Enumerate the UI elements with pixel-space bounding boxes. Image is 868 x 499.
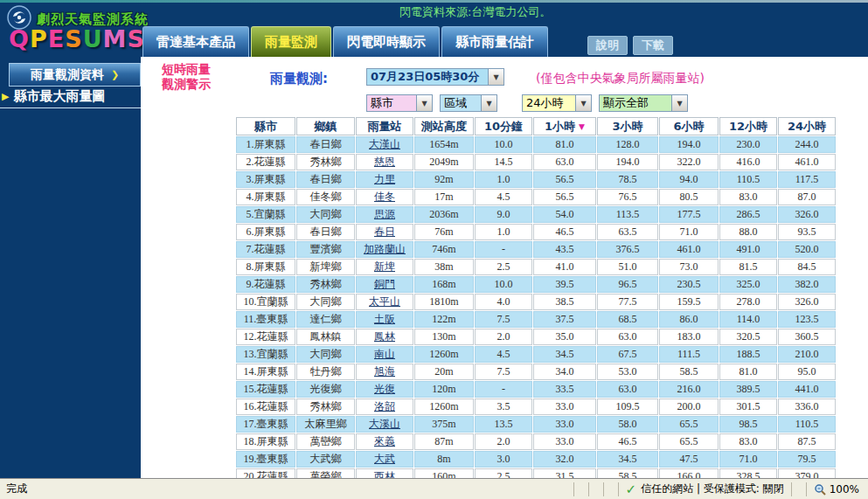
- station-link[interactable]: 大溪山: [369, 418, 400, 430]
- station-link[interactable]: 太平山: [369, 295, 400, 308]
- column-header-8[interactable]: 12小時: [719, 117, 777, 135]
- cell: 大同鄉: [296, 346, 355, 363]
- station-link[interactable]: 慈恩: [374, 156, 395, 168]
- filter-select-value: 區域: [441, 95, 481, 111]
- filter-select-2[interactable]: 24小時▼: [522, 94, 592, 112]
- time-select[interactable]: 07月23日05時30分 ▼: [366, 68, 504, 86]
- cell: 3.5: [475, 399, 532, 415]
- nav-tabs: 雷達基本產品雨量監測閃電即時顯示縣市雨量估計: [142, 24, 550, 57]
- cell: 83.0: [719, 433, 777, 450]
- brand-wordmark: QPESUMS: [9, 25, 145, 52]
- cell: 54.0: [533, 206, 596, 223]
- station-link[interactable]: 洛韶: [374, 400, 395, 412]
- column-header-9[interactable]: 24小時: [778, 117, 836, 135]
- cell: 63.5: [597, 224, 658, 240]
- station-link[interactable]: 大漢山: [369, 138, 400, 150]
- cell: 301.5: [719, 399, 777, 415]
- cell: 1260m: [414, 346, 474, 363]
- cell: 來義: [356, 433, 413, 450]
- station-link[interactable]: 來義: [374, 435, 395, 447]
- tab-0[interactable]: 雷達基本產品: [142, 26, 249, 57]
- station-link[interactable]: 光復: [374, 383, 395, 395]
- brand-letter: U: [83, 25, 103, 52]
- filter-select-3[interactable]: 顯示全部▼: [599, 94, 688, 112]
- station-link[interactable]: 佳冬: [374, 191, 395, 203]
- column-header-1[interactable]: 鄉鎮: [296, 117, 355, 135]
- sidebar-item-rain-observation[interactable]: 雨量觀測資料 ❯: [9, 63, 141, 87]
- help-button[interactable]: 說明: [587, 36, 628, 55]
- cell: 佳冬: [356, 189, 413, 205]
- cell: 441.0: [778, 381, 836, 398]
- cell: 65.5: [659, 416, 719, 433]
- cell: 43.5: [533, 241, 596, 258]
- cell: 7.5: [475, 311, 532, 328]
- station-link[interactable]: 鳳林: [374, 330, 395, 343]
- cell: 63.0: [533, 154, 596, 170]
- station-link[interactable]: 力里: [374, 173, 395, 185]
- column-header-0[interactable]: 縣市: [236, 117, 295, 135]
- column-header-7[interactable]: 6小時: [659, 117, 719, 135]
- column-header-4[interactable]: 10分鐘: [475, 117, 532, 135]
- cell: 1.0: [475, 224, 532, 240]
- cell: 65.5: [659, 433, 719, 450]
- station-link[interactable]: 土阪: [374, 313, 395, 325]
- station-link[interactable]: 春日: [374, 225, 395, 238]
- column-header-2[interactable]: 雨量站: [356, 117, 413, 135]
- filter-select-0[interactable]: 縣市▼: [366, 94, 433, 112]
- tab-1[interactable]: 雨量監測: [251, 26, 331, 57]
- station-link[interactable]: 加路蘭山: [364, 243, 406, 255]
- cell: 461.0: [659, 241, 719, 258]
- cell: -: [475, 381, 532, 398]
- cell: 76m: [414, 224, 474, 240]
- cell: 34.5: [533, 346, 596, 363]
- cell: 牡丹鄉: [296, 364, 355, 380]
- cell: 491.0: [719, 241, 777, 258]
- cell: 51.0: [597, 259, 658, 275]
- cell: 1.0: [475, 171, 532, 188]
- station-link[interactable]: 銅門: [374, 278, 395, 290]
- table-header-row: 縣市鄉鎮雨量站測站高度10分鐘1小時▼3小時6小時12小時24小時: [236, 117, 836, 135]
- security-zone-pane: ✓ 信任的網站 | 受保護模式: 關閉: [626, 482, 784, 497]
- table-row: 17.臺東縣太麻里鄉大溪山375m13.533.058.065.598.5110…: [236, 416, 836, 433]
- cell: 鳳林: [356, 329, 413, 345]
- cell: 194.0: [597, 154, 658, 170]
- cell: 6.屏東縣: [236, 224, 295, 240]
- cell: 98.5: [719, 416, 777, 433]
- station-link[interactable]: 旭海: [374, 365, 395, 378]
- check-icon: ✓: [626, 482, 637, 497]
- brand-letter: P: [30, 25, 48, 52]
- brand-letter: E: [48, 25, 65, 52]
- status-text: 完成: [0, 482, 566, 496]
- cell: 159.5: [659, 294, 719, 310]
- station-scope-note: (僅包含中央氣象局所屬雨量站): [536, 71, 705, 87]
- main-content: 短時雨量 觀測警示 雨量觀測: 07月23日05時30分 ▼ (僅包含中央氣象局…: [141, 57, 868, 478]
- table-row: 9.花蓮縣秀林鄉銅門168m10.039.596.5230.5325.0382.…: [236, 276, 836, 293]
- table-row: 19.臺東縣大武鄉大武8m3.032.034.547.571.079.5: [236, 451, 836, 468]
- station-link[interactable]: 大武: [374, 453, 395, 465]
- cell: 38m: [414, 259, 474, 275]
- station-link[interactable]: 新埤: [374, 260, 395, 273]
- cell: 58.0: [597, 416, 658, 433]
- rain-observation-label: 雨量觀測:: [270, 71, 328, 87]
- tab-2[interactable]: 閃電即時顯示: [333, 26, 440, 57]
- sidebar-item-county-max-rain[interactable]: ▶ 縣市最大雨量圖: [0, 86, 141, 108]
- column-header-6[interactable]: 3小時: [597, 117, 658, 135]
- download-button[interactable]: 下載: [633, 36, 673, 55]
- cell: 2.5: [475, 259, 532, 275]
- chevron-right-icon: ❯: [111, 69, 119, 80]
- station-link[interactable]: 南山: [374, 348, 395, 360]
- column-header-3[interactable]: 測站高度: [414, 117, 474, 135]
- cell: 76.5: [597, 189, 658, 205]
- table-row: 8.屏東縣新埤鄉新埤38m2.541.051.073.081.584.5: [236, 259, 836, 275]
- cell: 秀林鄉: [296, 276, 355, 293]
- station-link[interactable]: 思源: [374, 208, 395, 220]
- column-header-5[interactable]: 1小時▼: [533, 117, 596, 135]
- zoom-control[interactable]: 100%: [814, 483, 868, 496]
- cell: 7.5: [475, 364, 532, 380]
- filter-select-1[interactable]: 區域▼: [440, 94, 497, 112]
- cell: 14.5: [475, 154, 532, 170]
- rainfall-table: 縣市鄉鎮雨量站測站高度10分鐘1小時▼3小時6小時12小時24小時 1.屏東縣春…: [235, 116, 837, 499]
- cell: 8m: [414, 451, 474, 468]
- tab-3[interactable]: 縣市雨量估計: [441, 26, 548, 57]
- cell: 35.0: [533, 329, 596, 345]
